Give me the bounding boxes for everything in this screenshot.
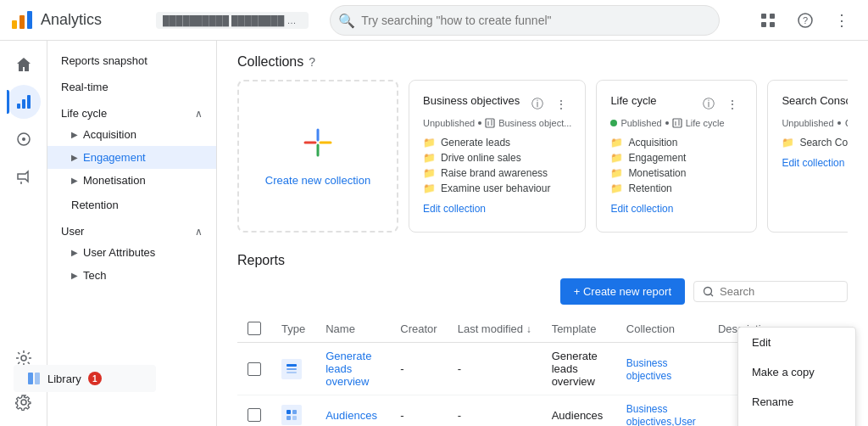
report-name-link[interactable]: Audiences	[326, 409, 377, 422]
th-template: Template	[542, 315, 616, 343]
edit-link-lifecycle[interactable]: Edit collection	[610, 203, 743, 215]
row-checkbox[interactable]	[248, 408, 261, 422]
edit-link-search-console[interactable]: Edit collection	[782, 157, 848, 169]
row-collection-cell: Business objectives	[616, 343, 708, 395]
card-item: 📁Engagement	[610, 150, 743, 165]
search-container: 🔍	[330, 5, 720, 36]
context-menu-copy[interactable]: Make a copy	[738, 357, 855, 387]
context-menu-edit[interactable]: Edit	[738, 328, 855, 357]
collections-row: Create new collection Business objective…	[237, 80, 848, 236]
context-menu: Edit Make a copy Rename Delete	[737, 327, 856, 426]
sidebar-item-retention[interactable]: Retention	[47, 192, 216, 218]
meta-dot	[837, 121, 841, 125]
card-item: 📁Generate leads	[423, 135, 571, 150]
collection-link[interactable]: User	[674, 416, 695, 426]
grid-apps-button[interactable]	[753, 5, 783, 36]
folder-icon: 📁	[610, 182, 623, 194]
sidebar-item-monetisation[interactable]: ▶ Monetisation	[47, 169, 216, 192]
svg-rect-24	[487, 121, 489, 126]
card-info-btn-business[interactable]: ⓘ	[527, 94, 548, 115]
sidebar-item-snapshot[interactable]: Reports snapshot	[47, 48, 216, 74]
sidebar-item-acquisition[interactable]: ▶ Acquisition	[47, 123, 216, 146]
sidebar-section-lifecycle[interactable]: Life cycle ∧	[47, 100, 216, 123]
create-report-button[interactable]: + Create new report	[560, 278, 685, 305]
search-icon: 🔍	[338, 12, 355, 28]
row-checkbox-cell	[237, 343, 271, 395]
row-checkbox[interactable]	[248, 362, 261, 376]
row-template-cell: Audiences	[542, 395, 616, 427]
context-menu-delete[interactable]: Delete	[738, 417, 855, 426]
card-items-search-console: 📁Search Console	[782, 135, 848, 150]
collections-help-icon[interactable]: ?	[309, 55, 315, 69]
sidebar-section-user[interactable]: User ∧	[47, 218, 216, 241]
card-meta-lifecycle: Published Life cycle	[610, 118, 743, 128]
card-title-search-console: Search Console	[782, 94, 848, 107]
search-input[interactable]	[330, 5, 720, 36]
reports-icon	[15, 93, 32, 110]
nav-advertising[interactable]	[7, 160, 41, 193]
svg-rect-34	[287, 364, 297, 367]
th-checkbox	[237, 315, 271, 343]
collection-link[interactable]: Business objectives	[626, 357, 671, 382]
sidebar-item-realtime[interactable]: Real-time	[47, 74, 216, 100]
nav-explore[interactable]	[7, 122, 41, 156]
user-chevron-icon: ∧	[195, 226, 203, 238]
card-item: 📁Retention	[610, 181, 743, 196]
card-header-lifecycle: Life cycle ⓘ ⋮	[610, 94, 743, 115]
edit-link-business[interactable]: Edit collection	[423, 203, 571, 215]
business-type-label: Business object...	[498, 118, 571, 128]
reports-search-box	[693, 281, 848, 302]
select-all-checkbox[interactable]	[248, 322, 261, 335]
report-type-icon	[281, 405, 302, 425]
card-more-btn-business[interactable]: ⋮	[551, 94, 571, 115]
nav-home[interactable]	[7, 48, 41, 81]
card-more-btn-lifecycle[interactable]: ⋮	[722, 94, 743, 115]
card-meta-business: Unpublished Business object...	[423, 118, 571, 128]
row-template-cell: Generate leads overview	[542, 343, 616, 395]
help-button[interactable]: ?	[790, 5, 821, 36]
th-name: Name	[315, 315, 390, 343]
card-meta-search-console: Unpublished Search Console	[782, 118, 848, 128]
search-console-status: Unpublished	[782, 118, 833, 128]
svg-rect-5	[761, 22, 766, 27]
acquisition-arrow-icon: ▶	[71, 130, 78, 139]
sidebar-item-tech[interactable]: ▶ Tech	[47, 264, 216, 287]
table-icon	[286, 363, 298, 375]
monetisation-arrow-icon: ▶	[71, 176, 78, 185]
new-collection-card[interactable]: Create new collection	[237, 80, 398, 233]
context-menu-rename[interactable]: Rename	[738, 387, 855, 417]
tech-arrow-icon: ▶	[71, 271, 78, 280]
nav-reports[interactable]	[7, 85, 41, 119]
create-report-label: + Create new report	[574, 285, 671, 298]
folder-icon: 📁	[610, 167, 623, 179]
sidebar-item-user-attributes[interactable]: ▶ User Attributes	[47, 241, 216, 264]
account-label: ██████████ ████████ ████	[156, 12, 309, 29]
collection-card-business: Business objectives ⓘ ⋮ Unpublished Busi…	[409, 80, 586, 233]
svg-rect-0	[12, 20, 17, 29]
more-options-button[interactable]: ⋮	[827, 5, 858, 36]
home-icon	[15, 56, 32, 73]
collections-title: Collections	[237, 54, 303, 70]
card-info-btn-lifecycle[interactable]: ⓘ	[698, 94, 719, 115]
library-badge: 1	[88, 372, 102, 385]
reports-search-input[interactable]	[720, 285, 838, 298]
svg-rect-35	[287, 368, 297, 370]
svg-point-13	[22, 137, 25, 141]
business-status: Unpublished	[423, 118, 475, 128]
folder-icon: 📁	[423, 167, 436, 179]
search-console-type-icon	[844, 118, 848, 128]
card-items-business: 📁Generate leads 📁Drive online sales 📁Rai…	[423, 135, 571, 196]
sidebar-library-button[interactable]: Library 1	[47, 365, 156, 392]
row-creator-cell: -	[390, 343, 447, 395]
report-name-link[interactable]: Generate leads overview	[326, 350, 371, 388]
folder-icon: 📁	[423, 152, 436, 164]
svg-point-16	[21, 400, 26, 405]
sidebar-item-engagement[interactable]: ▶ Engagement	[47, 146, 216, 169]
collection-link[interactable]: Business objectives,	[626, 403, 675, 426]
svg-rect-11	[27, 95, 31, 109]
svg-rect-38	[292, 410, 297, 414]
svg-rect-10	[22, 99, 25, 109]
reports-header: Reports	[237, 253, 848, 268]
svg-rect-27	[675, 121, 676, 126]
card-title-lifecycle: Life cycle	[610, 94, 656, 107]
